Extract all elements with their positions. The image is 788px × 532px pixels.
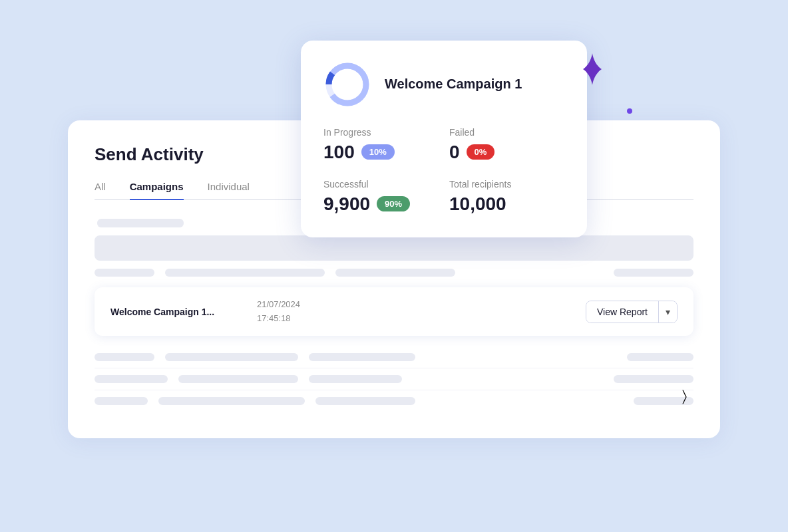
tab-individual[interactable]: Individual — [208, 181, 250, 199]
successful-label: Successful — [323, 179, 439, 190]
campaign-row: Welcome Campaign 1... 21/07/2024 17:45:1… — [95, 287, 693, 336]
stat-total: Total recipients 10,000 — [449, 179, 564, 215]
deco-star-icon — [575, 52, 610, 89]
view-report-label: View Report — [586, 301, 659, 323]
failed-label: Failed — [449, 127, 564, 138]
campaign-name: Welcome Campaign 1... — [110, 307, 217, 317]
stat-failed: Failed 0 0% — [449, 127, 564, 163]
popup-stats-grid: In Progress 100 10% Failed 0 0% — [323, 127, 564, 215]
total-value: 10,000 — [449, 194, 506, 215]
stat-in-progress: In Progress 100 10% — [323, 127, 439, 163]
popup-card: Welcome Campaign 1 In Progress 100 10% F… — [301, 41, 587, 237]
failed-value: 0 — [449, 142, 460, 163]
successful-value: 9,900 — [323, 194, 370, 215]
donut-chart — [323, 61, 371, 108]
view-report-button[interactable]: View Report ▾ — [586, 301, 678, 323]
view-report-chevron-icon: ▾ — [659, 301, 677, 323]
main-card: Send Activity All Campaigns Individual W… — [68, 120, 720, 439]
in-progress-label: In Progress — [323, 127, 439, 138]
in-progress-value: 100 — [323, 142, 355, 163]
total-label: Total recipients — [449, 179, 564, 190]
tab-all[interactable]: All — [95, 181, 106, 199]
skeleton-rows-bottom — [95, 346, 693, 412]
campaign-datetime: 21/07/2024 17:45:18 — [257, 298, 300, 326]
in-progress-badge: 10% — [361, 144, 395, 160]
deco-dot-right — [627, 108, 632, 114]
failed-badge: 0% — [467, 144, 495, 160]
popup-title: Welcome Campaign 1 — [385, 76, 522, 92]
tab-campaigns[interactable]: Campaigns — [130, 181, 184, 200]
popup-header: Welcome Campaign 1 — [323, 61, 564, 108]
stat-successful: Successful 9,900 90% — [323, 179, 439, 215]
page-wrapper: Send Activity All Campaigns Individual W… — [0, 0, 788, 532]
successful-badge: 90% — [377, 196, 410, 211]
svg-point-1 — [329, 66, 366, 103]
